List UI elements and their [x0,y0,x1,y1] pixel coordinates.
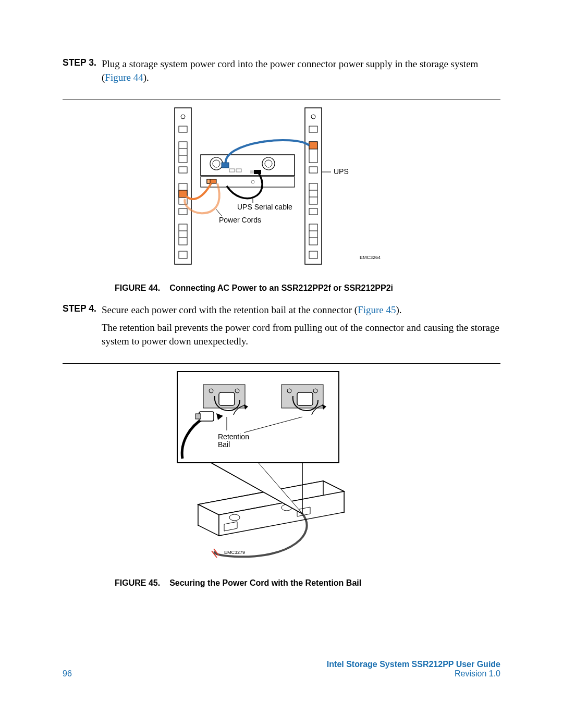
retention-label: Retention [218,433,249,441]
step-4-line2: The retention bail prevents the power co… [102,321,500,348]
step-4-line1-after: ). [396,304,402,315]
footer-guide: Intel Storage System SSR212PP User Guide [327,660,500,669]
emc-code-44: EMC3264 [360,255,381,260]
svg-rect-18 [309,142,317,149]
left-pdu [175,108,191,264]
svg-rect-48 [219,392,235,405]
figure-45-link[interactable]: Figure 45 [358,304,396,315]
figure-45-rule [63,363,500,364]
figure-45-diagram: Retention Bail [167,369,396,572]
figure-44-caption-label: FIGURE 44. [115,283,160,292]
storage-system [201,155,295,187]
page-content: STEP 3. Plug a storage system power cord… [0,0,563,588]
figure-45-caption-text: Securing the Power Cord with the Retenti… [169,578,361,587]
ups-label: UPS [334,167,349,176]
right-pdu [305,108,322,264]
svg-rect-56 [195,414,201,419]
serial-label: UPS Serial cable [237,203,292,211]
figure-45-caption: FIGURE 45.Securing the Power Cord with t… [63,578,500,588]
emc-code-45: EMC3279 [224,550,245,555]
step-3-text-before: Plug a storage system power cord into th… [102,58,478,83]
footer-revision: Revision 1.0 [327,669,500,678]
step-3-label: STEP 3. [63,57,102,84]
step-4-label: STEP 4. [63,303,102,348]
step-3-text-after: ). [143,72,149,83]
step-4-line1-before: Secure each power cord with the retentio… [102,304,358,315]
bail-label: Bail [218,440,230,449]
svg-rect-0 [175,108,191,264]
page-footer: 96 Intel Storage System SSR212PP User Gu… [63,660,500,678]
figure-44-caption-text: Connecting AC Power to an SSR212PP2f or … [169,283,393,292]
svg-rect-55 [199,412,214,421]
figure-44-link[interactable]: Figure 44 [105,72,143,83]
power-cords-label: Power Cords [219,216,261,224]
step-4: STEP 4. Secure each power cord with the … [63,303,500,348]
svg-rect-41 [254,170,261,174]
figure-44-rule [63,100,500,100]
svg-rect-53 [297,392,313,405]
figure-44-diagram: UPS UPS Serial cable Power Cords EMC3264 [169,105,394,277]
step-3: STEP 3. Plug a storage system power cord… [63,57,500,84]
step-3-body: Plug a storage system power cord into th… [102,57,500,84]
figure-45: Retention Bail [63,369,500,574]
svg-line-44 [216,209,222,216]
figure-44-caption: FIGURE 44.Connecting AC Power to an SSR2… [63,283,500,293]
svg-rect-40 [222,163,229,168]
figure-44: UPS UPS Serial cable Power Cords EMC3264 [63,105,500,279]
figure-45-caption-label: FIGURE 45. [115,578,160,587]
step-4-body: Secure each power cord with the retentio… [102,303,500,348]
svg-rect-14 [305,108,322,264]
svg-rect-38 [207,179,210,183]
page-number: 96 [63,669,72,678]
